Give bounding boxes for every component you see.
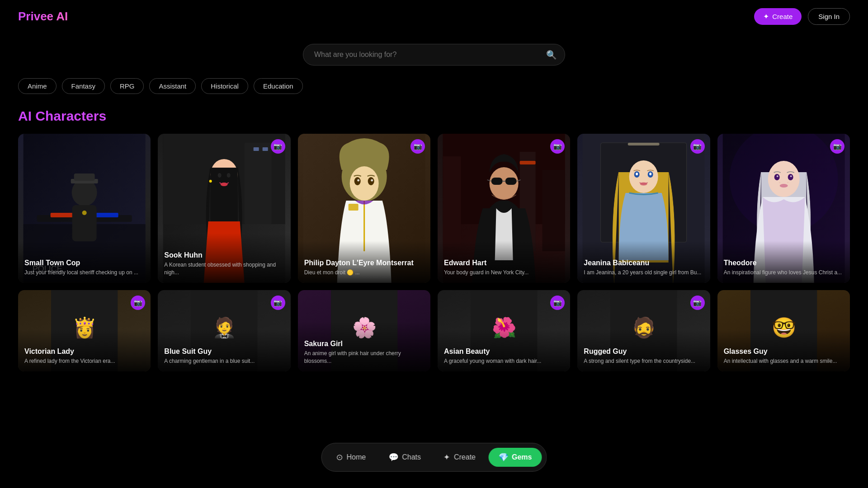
nav-icon-chats: 💬 <box>388 452 398 462</box>
svg-rect-18 <box>211 190 238 221</box>
svg-point-65 <box>787 182 788 183</box>
char-desc: A Korean student obsessed with shopping … <box>164 261 284 277</box>
svg-point-9 <box>82 211 87 215</box>
card-info: Victorian LadyA refined lady from the Vi… <box>18 329 151 371</box>
svg-rect-34 <box>443 156 461 247</box>
svg-point-61 <box>776 175 778 177</box>
char-card[interactable]: 📷Edward HartYour body guard in New York … <box>438 134 570 283</box>
char-name: Edward Hart <box>444 259 564 267</box>
char-desc: Dieu et mon droit 🟡 ... <box>304 269 424 277</box>
svg-point-28 <box>354 177 360 185</box>
camera-badge: 📷 <box>271 139 285 154</box>
char-card[interactable]: 📷TheodoreAn inspirational figure who lov… <box>717 134 850 283</box>
svg-point-22 <box>209 180 212 183</box>
card-info: Sook HuhnA Korean student obsessed with … <box>158 233 290 283</box>
filter-pill-anime[interactable]: Anime <box>18 78 57 94</box>
svg-point-63 <box>779 184 788 188</box>
bottom-nav: ⊙Home💬Chats✦Create💎Gems <box>321 443 547 472</box>
search-input[interactable] <box>303 44 565 66</box>
char-desc: An inspirational figure who loves Jesus … <box>724 269 844 277</box>
svg-point-62 <box>790 175 792 177</box>
char-card[interactable]: 👸 📷Victorian LadyA refined lady from the… <box>18 290 151 371</box>
card-info: Sakura GirlAn anime girl with pink hair … <box>298 322 430 371</box>
svg-point-25 <box>349 166 378 201</box>
char-card[interactable]: 🧔 📷Rugged GuyA strong and silent type fr… <box>577 290 710 371</box>
svg-rect-13 <box>245 143 272 224</box>
camera-badge: 📷 <box>690 296 705 310</box>
char-desc: An anime girl with pink hair under cherr… <box>304 350 424 365</box>
search-wrapper: 🔍 <box>303 44 565 66</box>
filter-pills: AnimeFantasyRPGAssistantHistoricalEducat… <box>0 78 868 94</box>
svg-rect-35 <box>542 170 565 251</box>
char-desc: Your body guard in New York City... <box>444 269 564 277</box>
svg-rect-39 <box>491 178 503 185</box>
char-desc: An intellectual with glasses and a warm … <box>724 357 844 365</box>
char-card[interactable]: 📷Philip Dayton L'Eyre MontserratDieu et … <box>298 134 430 283</box>
signin-button[interactable]: Sign In <box>808 8 850 25</box>
char-card[interactable]: 📷Jeanina BabiceanuI am Jeanina, a 20 yea… <box>577 134 710 283</box>
card-info: Philip Dayton L'Eyre MontserratDieu et m… <box>298 241 430 283</box>
char-name: Small Town Cop <box>24 259 144 267</box>
nav-item-home[interactable]: ⊙Home <box>326 448 376 467</box>
svg-point-19 <box>218 173 222 178</box>
section-title: AI Characters <box>0 108 868 124</box>
char-card[interactable]: 🤓 Glasses GuyAn intellectual with glasse… <box>717 290 850 371</box>
char-name: Asian Beauty <box>444 347 564 356</box>
char-desc: A refined lady from the Victorian era... <box>24 357 144 365</box>
nav-label-chats: Chats <box>402 453 421 461</box>
nav-label-create: Create <box>454 453 476 461</box>
camera-badge: 📷 <box>410 139 425 154</box>
nav-item-gems[interactable]: 💎Gems <box>488 448 542 467</box>
svg-point-59 <box>774 174 779 180</box>
card-info: Rugged GuyA strong and silent type from … <box>577 329 710 371</box>
card-info: Edward HartYour body guard in New York C… <box>438 241 570 283</box>
filter-pill-historical[interactable]: Historical <box>201 78 248 94</box>
svg-point-52 <box>636 173 638 175</box>
camera-badge: 📷 <box>830 139 844 154</box>
characters-grid-row1: POLICE Small Town CopJust your friendly … <box>0 134 868 283</box>
svg-rect-27 <box>348 204 358 211</box>
camera-badge: 📷 <box>690 139 705 154</box>
svg-rect-3 <box>51 213 73 217</box>
filter-pill-fantasy[interactable]: Fantasy <box>62 78 105 94</box>
svg-rect-8 <box>74 174 95 181</box>
char-card[interactable]: 📷Sook HuhnA Korean student obsessed with… <box>158 134 290 283</box>
svg-point-20 <box>227 173 231 178</box>
char-card[interactable]: 🌸 Sakura GirlAn anime girl with pink hai… <box>298 290 430 371</box>
search-area: 🔍 <box>0 44 868 66</box>
card-info: TheodoreAn inspirational figure who love… <box>717 241 850 283</box>
char-card[interactable]: 🌺 📷Asian BeautyA graceful young woman wi… <box>438 290 570 371</box>
filter-pill-assistant[interactable]: Assistant <box>149 78 196 94</box>
nav-icon-gems: 💎 <box>498 452 508 462</box>
header: Privee AI ✦ Create Sign In <box>0 0 868 33</box>
svg-point-60 <box>788 174 793 180</box>
nav-item-chats[interactable]: 💬Chats <box>378 448 431 467</box>
svg-rect-15 <box>263 147 268 151</box>
nav-icon-home: ⊙ <box>336 452 343 462</box>
char-name: Jeanina Babiceanu <box>584 259 703 267</box>
nav-icon-create: ✦ <box>443 452 450 462</box>
char-name: Sook Huhn <box>164 251 284 259</box>
svg-rect-40 <box>505 178 517 185</box>
char-desc: A graceful young woman with dark hair... <box>444 357 564 365</box>
svg-rect-47 <box>628 143 660 145</box>
card-info: Small Town CopJust your friendly local s… <box>18 241 151 283</box>
svg-point-64 <box>779 182 780 183</box>
char-name: Blue Suit Guy <box>164 347 284 356</box>
nav-item-create[interactable]: ✦Create <box>434 448 486 467</box>
filter-pill-education[interactable]: Education <box>254 78 303 94</box>
create-button[interactable]: ✦ Create <box>754 8 802 25</box>
card-info: Blue Suit GuyA charming gentleman in a b… <box>158 329 290 371</box>
filter-pill-rpg[interactable]: RPG <box>110 78 144 94</box>
search-icon[interactable]: 🔍 <box>546 50 557 60</box>
char-desc: I am Jeanina, a 20 years old single girl… <box>584 269 703 277</box>
card-info: Jeanina BabiceanuI am Jeanina, a 20 year… <box>577 241 710 283</box>
card-info: Glasses GuyAn intellectual with glasses … <box>717 329 850 371</box>
char-card[interactable]: POLICE Small Town CopJust your friendly … <box>18 134 151 283</box>
svg-rect-14 <box>254 147 259 151</box>
svg-point-58 <box>768 161 799 197</box>
char-card[interactable]: 🤵 📷Blue Suit GuyA charming gentleman in … <box>158 290 290 371</box>
char-name: Rugged Guy <box>584 347 703 356</box>
svg-point-53 <box>649 173 651 175</box>
char-name: Victorian Lady <box>24 347 144 356</box>
